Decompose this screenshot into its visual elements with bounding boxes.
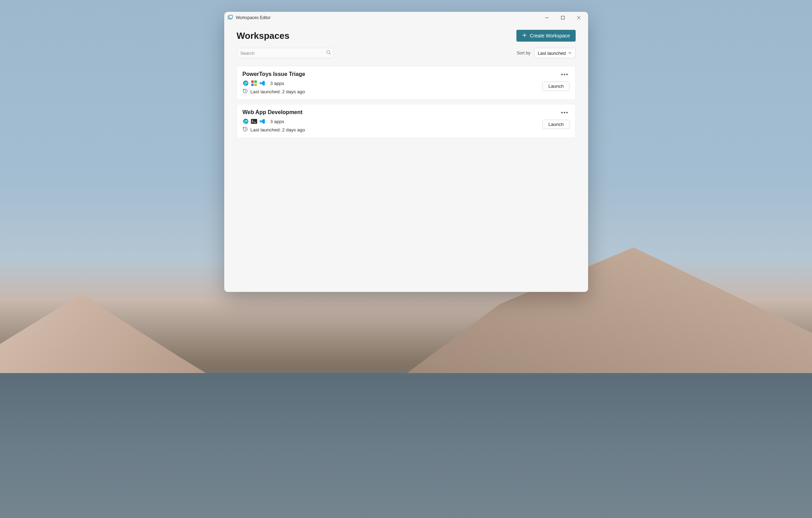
edge-icon	[243, 118, 249, 124]
create-workspace-label: Create Workspace	[530, 33, 570, 38]
sort-dropdown[interactable]: Last launched	[534, 48, 576, 58]
workspace-title: PowerToys Issue Triage	[243, 71, 543, 77]
more-horizontal-icon: •••	[561, 71, 568, 78]
plus-icon	[522, 33, 527, 39]
app-icon	[228, 15, 233, 20]
workspace-launch-button[interactable]: Launch	[542, 120, 569, 129]
workspace-last-launched: Last launched: 2 days ago	[251, 127, 305, 132]
svg-rect-13	[251, 84, 254, 86]
workspace-app-icons	[243, 118, 265, 124]
window-title: Workspaces Editor	[236, 15, 271, 20]
chevron-down-icon	[568, 51, 572, 56]
search-input[interactable]	[237, 48, 334, 58]
titlebar: Workspaces Editor	[224, 12, 588, 24]
svg-rect-11	[251, 80, 254, 83]
search-field-wrap	[237, 48, 334, 58]
app-window: Workspaces Editor Workspaces Create Work…	[224, 12, 588, 292]
workspace-card-content: Web App Development3 appsLast launched: …	[243, 109, 543, 133]
maximize-button[interactable]	[555, 12, 571, 24]
sort-selected-value: Last launched	[538, 51, 566, 56]
workspace-card-actions: •••Launch	[542, 109, 569, 129]
svg-rect-14	[254, 84, 257, 86]
close-button[interactable]	[571, 12, 587, 24]
history-icon	[243, 127, 248, 133]
workspace-app-icons	[243, 80, 265, 86]
terminal-icon	[251, 118, 257, 124]
svg-rect-17	[251, 119, 257, 124]
workspace-more-button[interactable]: •••	[560, 71, 570, 78]
workspace-last-launched: Last launched: 2 days ago	[251, 89, 305, 94]
workspace-apps-row: 3 apps	[243, 80, 543, 86]
workspace-list: PowerToys Issue Triage3 appsLast launche…	[237, 66, 576, 138]
edge-icon	[243, 80, 249, 86]
workspace-card[interactable]: PowerToys Issue Triage3 appsLast launche…	[237, 66, 576, 100]
create-workspace-button[interactable]: Create Workspace	[516, 30, 576, 42]
svg-rect-3	[561, 16, 564, 19]
workspace-more-button[interactable]: •••	[560, 109, 570, 116]
workspace-launch-button[interactable]: Launch	[542, 81, 569, 91]
vscode-icon	[259, 118, 265, 124]
svg-rect-1	[229, 15, 233, 18]
sort-label: Sort by	[517, 51, 531, 55]
page-title: Workspaces	[237, 31, 290, 41]
workspace-apps-row: 3 apps	[243, 118, 543, 124]
workspace-last-launched-row: Last launched: 2 days ago	[243, 88, 543, 95]
workspace-card-actions: •••Launch	[542, 71, 569, 91]
powertoys-icon	[251, 80, 257, 86]
minimize-button[interactable]	[539, 12, 555, 24]
content-area: Workspaces Create Workspace Sort by Last…	[224, 24, 588, 292]
workspace-card[interactable]: Web App Development3 appsLast launched: …	[237, 104, 576, 138]
more-horizontal-icon: •••	[561, 110, 568, 116]
history-icon	[243, 88, 248, 95]
workspace-apps-count: 3 apps	[270, 81, 285, 86]
workspace-card-content: PowerToys Issue Triage3 appsLast launche…	[243, 71, 543, 95]
workspace-last-launched-row: Last launched: 2 days ago	[243, 127, 543, 133]
workspace-apps-count: 3 apps	[270, 119, 285, 124]
vscode-icon	[259, 80, 265, 86]
svg-rect-12	[254, 80, 257, 83]
workspace-title: Web App Development	[243, 109, 543, 115]
